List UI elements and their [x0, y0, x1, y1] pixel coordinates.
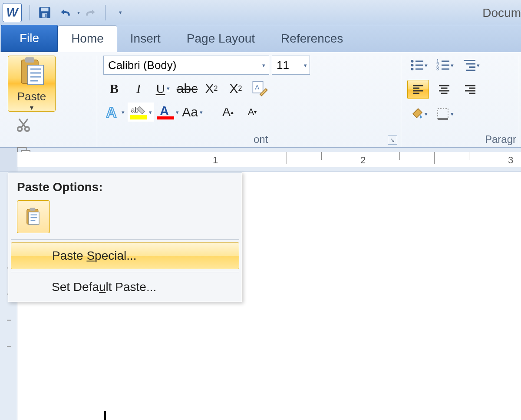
- set-default-accel: u: [99, 280, 106, 294]
- tab-page-layout[interactable]: Page Layout: [174, 26, 268, 52]
- group-paragraph: ▾ 123▾ ▾ ▾ ▾ Paragr: [401, 56, 519, 147]
- set-default-pre: Set Defa: [52, 280, 99, 294]
- paste-dropdown-arrow: ▼: [29, 104, 35, 111]
- word-app-icon[interactable]: W: [3, 3, 22, 22]
- subscript-button[interactable]: X2: [201, 79, 222, 98]
- ruler-number-2: 2: [360, 155, 366, 166]
- paste-option-keep-text[interactable]: [17, 200, 50, 233]
- italic-button[interactable]: I: [128, 79, 149, 98]
- font-name-selector[interactable]: Calibri (Body)▾: [103, 56, 269, 75]
- undo-dropdown[interactable]: ▾: [77, 10, 80, 16]
- paste-button[interactable]: Paste ▼: [8, 56, 56, 112]
- superscript-button[interactable]: X2: [225, 79, 247, 98]
- svg-rect-3: [45, 13, 46, 17]
- svg-point-24: [411, 60, 413, 63]
- save-button[interactable]: [36, 3, 54, 22]
- paste-options-popup: Paste Options: Paste Special... Set Defa…: [8, 172, 242, 302]
- word-letter: W: [7, 6, 18, 20]
- highlight-button[interactable]: ab: [128, 103, 154, 122]
- font-color-button[interactable]: A: [157, 103, 179, 122]
- separator: [105, 5, 106, 20]
- shrink-font-button[interactable]: A▾: [241, 103, 263, 122]
- redo-button[interactable]: [81, 3, 99, 22]
- align-center-button[interactable]: [433, 80, 455, 99]
- font-dialog-launcher[interactable]: ↘: [388, 135, 397, 145]
- set-default-post: lt Paste...: [106, 280, 157, 294]
- text-cursor: [104, 411, 106, 420]
- svg-text:A: A: [106, 104, 116, 120]
- underline-button[interactable]: U: [152, 79, 174, 98]
- quick-access-toolbar: W ▾ ▾ Docum: [0, 0, 521, 25]
- text-effects-icon: A: [104, 104, 120, 120]
- ruler-number-1: 1: [213, 155, 218, 166]
- font-size-selector[interactable]: 11▾: [272, 56, 310, 75]
- font-name-value: Calibri (Body): [108, 59, 177, 72]
- menu-item-paste-special[interactable]: Paste Special...: [11, 242, 239, 269]
- tab-references[interactable]: References: [268, 26, 356, 52]
- svg-text:ab: ab: [131, 106, 139, 114]
- svg-rect-5: [25, 57, 34, 63]
- menu-item-set-default-paste[interactable]: Set Default Paste...: [8, 272, 242, 302]
- qat-customize-dropdown[interactable]: ▾: [111, 3, 129, 22]
- highlight-icon: ab: [130, 104, 147, 120]
- font-group-label: ont: [97, 133, 401, 146]
- paint-bucket-icon: [409, 106, 425, 122]
- separator: [11, 239, 239, 240]
- ribbon-tabs: File Home Insert Page Layout References: [0, 25, 521, 52]
- svg-rect-1: [41, 7, 49, 11]
- document-title: Docum: [482, 6, 521, 20]
- svg-rect-55: [30, 208, 35, 211]
- paste-special-accel: S: [86, 249, 95, 262]
- font-color-icon: A: [157, 104, 174, 120]
- align-right-button[interactable]: [459, 80, 481, 99]
- change-case-button[interactable]: Aa: [181, 103, 203, 122]
- strikethrough-button[interactable]: abc: [176, 79, 198, 98]
- svg-text:3: 3: [436, 66, 439, 71]
- align-left-button[interactable]: [407, 80, 429, 99]
- separator: [30, 5, 30, 20]
- svg-rect-6: [28, 65, 43, 85]
- group-font: Calibri (Body)▾ 11▾ B I U abc X2 X2 A A …: [97, 56, 401, 147]
- svg-text:A: A: [160, 104, 169, 118]
- cut-button[interactable]: [15, 116, 91, 135]
- bold-button[interactable]: B: [103, 79, 125, 98]
- ribbon: Paste ▼ Calibri (Body)▾ 11▾ B I U abc X2…: [0, 52, 521, 148]
- font-size-value: 11: [277, 59, 289, 72]
- svg-rect-52: [438, 109, 448, 119]
- shading-button[interactable]: ▾: [407, 104, 429, 123]
- svg-text:A: A: [255, 83, 259, 91]
- svg-point-28: [411, 68, 413, 70]
- multilevel-list-button[interactable]: ▾: [459, 56, 481, 75]
- paste-special-post: pecial...: [95, 249, 137, 262]
- horizontal-ruler[interactable]: 1 2 3: [17, 152, 521, 167]
- ruler-number-3: 3: [508, 155, 513, 166]
- undo-button[interactable]: [56, 3, 75, 22]
- tab-home[interactable]: Home: [58, 25, 117, 52]
- tab-insert[interactable]: Insert: [117, 26, 174, 52]
- tab-file[interactable]: File: [1, 25, 58, 52]
- numbering-button[interactable]: 123▾: [433, 56, 455, 75]
- paste-special-pre: Paste: [52, 249, 86, 262]
- clear-formatting-button[interactable]: A: [249, 79, 271, 98]
- paste-options-header: Paste Options:: [8, 172, 242, 200]
- svg-rect-21: [130, 115, 147, 119]
- clipboard-icon: [22, 205, 45, 228]
- grow-font-button[interactable]: A▴: [217, 103, 239, 122]
- paste-label: Paste: [17, 90, 46, 103]
- paragraph-group-label: Paragr: [401, 133, 519, 146]
- eraser-icon: A: [251, 80, 269, 97]
- borders-button[interactable]: ▾: [433, 104, 455, 123]
- svg-rect-23: [157, 116, 174, 119]
- bullets-button[interactable]: ▾: [407, 56, 429, 75]
- clipboard-icon: [16, 56, 47, 87]
- text-effects-button[interactable]: A: [103, 103, 125, 122]
- svg-point-26: [411, 64, 413, 66]
- group-clipboard: Paste ▼: [2, 56, 97, 147]
